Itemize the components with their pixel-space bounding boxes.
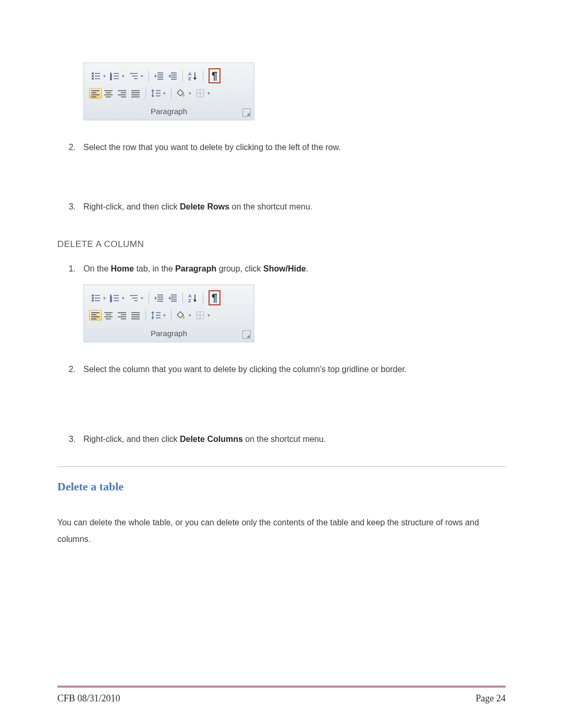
- chevron-down-icon: ▾: [189, 313, 191, 318]
- chevron-down-icon: ▾: [122, 73, 125, 79]
- footer-rule: [57, 686, 506, 687]
- svg-text:Z: Z: [188, 76, 191, 81]
- paragraph-ribbon-image: ▾ 123 ▾ ▾ AZ ¶: [57, 63, 506, 120]
- svg-rect-51: [197, 90, 204, 97]
- align-center-icon: [103, 310, 114, 321]
- svg-marker-78: [168, 297, 170, 300]
- svg-point-2: [92, 75, 94, 77]
- list-item: 3. Right-click, and then click Delete Ro…: [57, 201, 506, 213]
- chevron-down-icon: ▾: [122, 295, 125, 301]
- shading-icon: [176, 310, 187, 321]
- multilevel-list-icon: [128, 292, 139, 304]
- svg-marker-73: [155, 297, 157, 300]
- svg-point-58: [92, 300, 94, 301]
- footer-right: Page 24: [476, 693, 506, 704]
- step-number: 3.: [57, 433, 83, 446]
- svg-text:3: 3: [110, 78, 112, 80]
- list-item: 1. On the Home tab, in the Paragraph gro…: [57, 263, 506, 275]
- step-text: Right-click, and then click Delete Rows …: [83, 201, 506, 213]
- svg-marker-82: [193, 300, 197, 302]
- step-number: 2.: [57, 363, 83, 376]
- svg-marker-28: [193, 78, 197, 80]
- chevron-down-icon: ▾: [141, 73, 143, 79]
- ribbon-group-label: Paragraph: [151, 329, 187, 338]
- svg-point-56: [92, 297, 94, 299]
- justify-icon: [130, 88, 141, 99]
- list-item: 2. Select the column that you want to de…: [57, 363, 506, 376]
- sort-icon: AZ: [187, 70, 199, 82]
- align-left-icon: [89, 310, 102, 320]
- step-text: Select the row that you want to delete b…: [83, 141, 506, 154]
- chevron-down-icon: ▾: [163, 313, 166, 318]
- dialog-launcher-icon: [242, 108, 251, 117]
- align-right-icon: [116, 88, 128, 99]
- heading-delete-column: DELETE A COLUMN: [57, 239, 506, 250]
- show-hide-icon: ¶: [209, 290, 221, 305]
- show-hide-icon: ¶: [209, 68, 221, 83]
- justify-icon: [130, 310, 141, 321]
- line-spacing-icon: [150, 310, 162, 321]
- svg-text:3: 3: [110, 300, 112, 302]
- step-text: On the Home tab, in the Paragraph group,…: [83, 263, 506, 275]
- step-number: 3.: [57, 201, 83, 213]
- align-center-icon: [103, 88, 114, 99]
- svg-text:Z: Z: [188, 298, 191, 303]
- chevron-down-icon: ▾: [103, 295, 106, 301]
- step-text: Select the column that you want to delet…: [83, 363, 506, 376]
- bullets-icon: [90, 292, 102, 304]
- borders-icon: [194, 310, 206, 321]
- paragraph-ribbon-image: ▾ 123 ▾ ▾ AZ ¶: [57, 285, 506, 342]
- dialog-launcher-icon: [242, 330, 251, 339]
- ribbon-group-label: Paragraph: [151, 107, 187, 116]
- decrease-indent-icon: [153, 70, 165, 82]
- decrease-indent-icon: [153, 292, 165, 304]
- svg-rect-105: [197, 312, 204, 319]
- list-item: 3. Right-click, and then click Delete Co…: [57, 433, 506, 446]
- step-number: 1.: [57, 263, 83, 275]
- divider: [57, 466, 506, 467]
- line-spacing-icon: [150, 88, 162, 99]
- align-left-icon: [89, 88, 102, 98]
- svg-marker-24: [168, 75, 170, 78]
- step-number: 2.: [57, 141, 83, 154]
- numbering-icon: 123: [109, 70, 120, 82]
- shading-icon: [176, 88, 187, 99]
- chevron-down-icon: ▾: [103, 73, 106, 79]
- borders-icon: [194, 88, 206, 99]
- list-item: 2. Select the row that you want to delet…: [57, 141, 506, 154]
- heading-delete-table: Delete a table: [57, 480, 506, 493]
- sort-icon: AZ: [187, 292, 199, 304]
- increase-indent-icon: [167, 292, 178, 304]
- chevron-down-icon: ▾: [207, 313, 210, 318]
- increase-indent-icon: [167, 70, 178, 82]
- multilevel-list-icon: [128, 70, 139, 82]
- svg-marker-47: [151, 95, 154, 97]
- paragraph-text: You can delete the whole table, or you c…: [57, 514, 506, 548]
- numbering-icon: 123: [109, 292, 120, 304]
- svg-point-54: [92, 294, 94, 296]
- align-right-icon: [116, 310, 128, 321]
- svg-point-4: [92, 78, 94, 79]
- chevron-down-icon: ▾: [141, 295, 143, 301]
- step-text: Right-click, and then click Delete Colum…: [83, 433, 506, 446]
- chevron-down-icon: ▾: [207, 91, 210, 96]
- footer-left: CFB 08/31/2010: [57, 693, 120, 704]
- bullets-icon: [90, 70, 102, 82]
- svg-marker-19: [155, 75, 157, 78]
- svg-point-0: [92, 72, 94, 74]
- chevron-down-icon: ▾: [189, 91, 191, 96]
- chevron-down-icon: ▾: [163, 91, 166, 96]
- svg-marker-101: [151, 317, 154, 319]
